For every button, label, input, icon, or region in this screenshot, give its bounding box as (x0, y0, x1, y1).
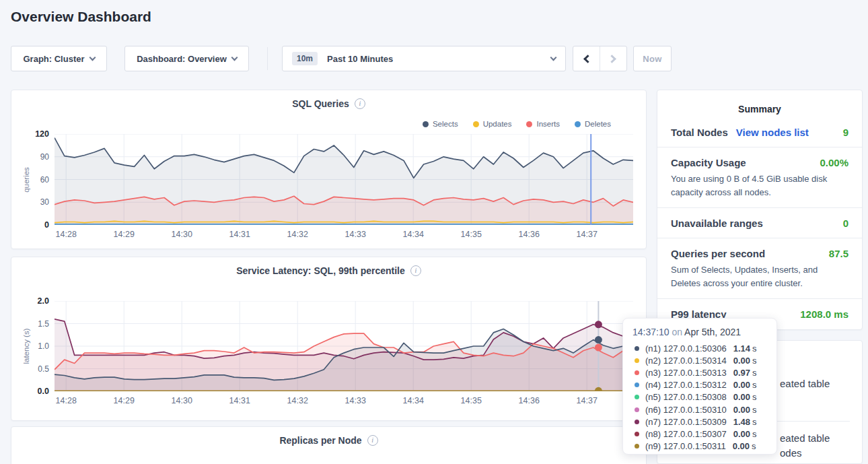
node-latency-value: 0.00 (733, 356, 750, 366)
x-axis-tick: 14:29 (114, 230, 135, 239)
node-latency-unit: s (752, 343, 757, 354)
service-latency-panel: Service Latency: SQL, 99th percentile i … (11, 257, 647, 421)
info-icon[interactable]: i (355, 98, 365, 109)
time-range-dropdown[interactable]: 10m Past 10 Minutes (282, 46, 566, 71)
node-latency-unit: s (752, 368, 757, 378)
legend-item-updates[interactable]: Updates (473, 120, 512, 128)
overview-dashboard-page: Overview Dashboard Graph: Cluster Dashbo… (0, 0, 868, 464)
legend-dot-icon (575, 121, 581, 127)
x-axis-tick: 14:36 (519, 396, 540, 405)
chart-title: Replicas per Node (279, 435, 361, 446)
time-step-buttons (573, 46, 627, 71)
y-axis-tick: 2.0 (18, 296, 49, 306)
dashboard-dropdown[interactable]: Dashboard: Overview (124, 46, 249, 71)
p99-latency-value: 1208.0 ms (800, 308, 848, 320)
legend-label: Updates (483, 120, 512, 128)
node-latency-unit: s (752, 429, 757, 439)
node-color-dot-icon (635, 432, 639, 436)
unavailable-ranges-label: Unavailable ranges (671, 218, 763, 229)
summary-panel: Summary Total Nodes View nodes list 9 Ca… (657, 90, 863, 330)
y-axis-tick: 90 (18, 152, 49, 162)
node-latency-unit: s (752, 356, 757, 366)
node-address: (n8) 127.0.0.1:50307 (645, 429, 727, 439)
events-divider (777, 421, 850, 422)
sql-queries-plot[interactable] (55, 134, 633, 225)
chevron-right-icon (608, 55, 616, 63)
node-color-dot-icon (635, 407, 639, 412)
tooltip-node-row: (n4) 127.0.0.1:503120.00s (632, 379, 767, 391)
tooltip-node-row: (n6) 127.0.0.1:503100.00s (632, 403, 767, 416)
x-axis-tick: 14:31 (229, 230, 250, 239)
capacity-desc: You are using 0 B of 4.5 GiB usable disk… (671, 172, 848, 199)
chart-hover-tooltip: 14:37:10 on Apr 5th, 2021 (n1) 127.0.0.1… (622, 318, 777, 455)
node-color-dot-icon (635, 358, 639, 363)
x-axis-tick: 14:28 (56, 230, 77, 239)
legend-dot-icon (473, 121, 479, 127)
y-axis-tick: 0.0 (18, 387, 49, 396)
qps-value: 87.5 (829, 248, 848, 259)
y-axis-tick: 1.5 (18, 319, 49, 329)
x-axis-tick: 14:33 (345, 230, 366, 239)
graph-dropdown[interactable]: Graph: Cluster (11, 46, 107, 71)
y-axis-tick: 0.5 (18, 364, 49, 374)
node-latency-value: 0.00 (733, 429, 750, 439)
legend-item-inserts[interactable]: Inserts (526, 120, 560, 128)
x-axis-tick: 14:36 (519, 230, 540, 239)
summary-row-capacity: Capacity Usage 0.00% You are using 0 B o… (657, 147, 862, 208)
tooltip-node-row: (n2) 127.0.0.1:503140.00s (632, 354, 767, 366)
total-nodes-value: 9 (843, 127, 848, 138)
time-next-button[interactable] (600, 46, 627, 71)
page-title: Overview Dashboard (11, 9, 151, 25)
x-axis-tick: 14:33 (345, 396, 366, 405)
x-axis-tick: 14:32 (287, 230, 308, 239)
replicas-per-node-panel: Replicas per Node i (11, 426, 647, 464)
y-axis-title: latency (s) (22, 328, 30, 364)
now-button[interactable]: Now (633, 46, 672, 71)
node-latency-value: 0.97 (733, 368, 750, 378)
chevron-down-icon (550, 55, 557, 61)
time-prev-button[interactable] (573, 46, 600, 71)
toolbar-divider (267, 47, 268, 70)
node-address: (n6) 127.0.0.1:50310 (645, 405, 727, 415)
x-axis-tick: 14:37 (577, 396, 598, 405)
node-latency-value: 0.00 (733, 405, 750, 415)
tooltip-node-list: (n1) 127.0.0.1:503061.14s(n2) 127.0.0.1:… (632, 342, 767, 453)
node-address: (n1) 127.0.0.1:50306 (645, 343, 727, 354)
node-latency-value: 0.00 (733, 380, 750, 390)
qps-desc: Sum of Selects, Updates, Inserts, and De… (671, 263, 848, 290)
chevron-down-icon (231, 55, 238, 61)
service-latency-plot[interactable] (55, 301, 633, 391)
node-color-dot-icon (635, 383, 639, 387)
node-latency-value: 1.14 (733, 343, 750, 354)
node-color-dot-icon (635, 370, 639, 375)
info-icon[interactable]: i (367, 435, 378, 446)
tooltip-node-row: (n5) 127.0.0.1:503080.00s (632, 391, 767, 403)
y-axis-tick: 120 (18, 129, 49, 139)
node-latency-value: 1.48 (733, 417, 750, 427)
x-axis-tick: 14:34 (403, 230, 424, 239)
tooltip-node-row: (n9) 127.0.0.1:503110.00s (632, 440, 767, 453)
y-axis-title: queries (22, 167, 30, 193)
legend-item-deletes[interactable]: Deletes (575, 120, 611, 128)
unavailable-ranges-value: 0 (843, 218, 848, 229)
node-latency-unit: s (752, 392, 757, 402)
x-axis-tick: 14:32 (287, 396, 308, 405)
node-color-dot-icon (635, 346, 639, 351)
node-address: (n9) 127.0.0.1:50311 (645, 441, 726, 451)
node-address: (n7) 127.0.0.1:50309 (645, 417, 727, 427)
tooltip-timestamp: 14:37:10 on Apr 5th, 2021 (632, 327, 767, 337)
info-icon[interactable]: i (410, 265, 421, 276)
summary-title: Summary (657, 90, 862, 117)
event-text-fragment: eated table (780, 378, 830, 389)
dashboard-dropdown-label: Dashboard: Overview (137, 54, 227, 64)
legend-item-selects[interactable]: Selects (423, 120, 458, 128)
view-nodes-list-link[interactable]: View nodes list (736, 127, 809, 138)
y-axis-tick: 30 (18, 197, 49, 207)
node-latency-unit: s (752, 441, 756, 451)
x-axis-tick: 14:31 (229, 396, 250, 405)
event-text-fragment: eated table (780, 432, 830, 444)
toolbar: Graph: Cluster Dashboard: Overview 10m P… (0, 46, 868, 71)
node-latency-unit: s (752, 405, 757, 415)
capacity-value: 0.00% (820, 157, 848, 168)
node-color-dot-icon (635, 420, 639, 424)
